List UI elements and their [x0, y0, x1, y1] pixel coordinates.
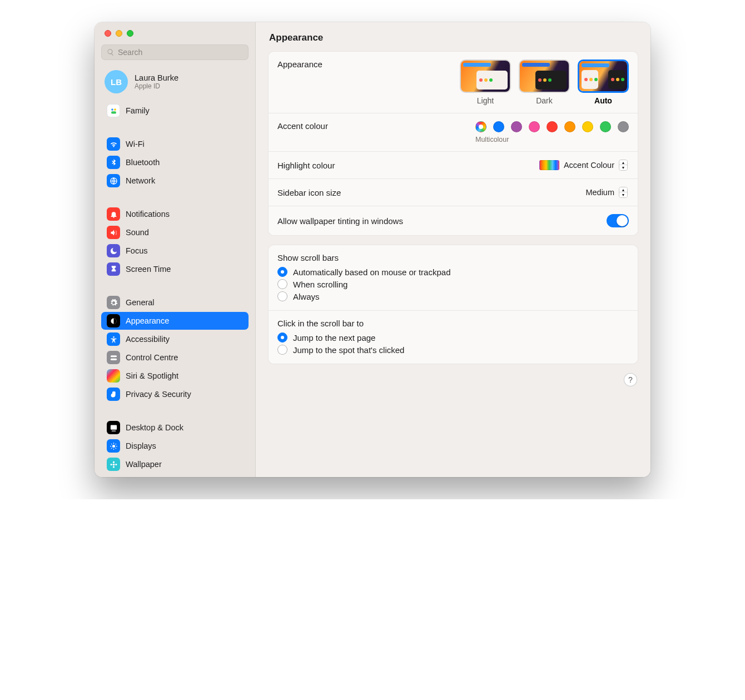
accent-yellow[interactable]: [582, 121, 593, 132]
svg-point-0: [111, 108, 113, 111]
sidebar-item-label: Desktop & Dock: [126, 423, 183, 432]
sidebar-item-displays[interactable]: Displays: [101, 437, 249, 455]
radio-label: Jump to the spot that's clicked: [293, 345, 404, 355]
mode-dark[interactable]: Dark: [519, 59, 570, 105]
mode-light[interactable]: Light: [460, 59, 511, 105]
highlight-label: Highlight colour: [277, 161, 335, 170]
sidebar-item-label: Network: [126, 176, 155, 185]
accent-green[interactable]: [600, 121, 611, 132]
sidebar-item-network[interactable]: Network: [101, 172, 249, 190]
family-icon: [107, 104, 120, 117]
sidebar-item-accessibility[interactable]: Accessibility: [101, 330, 249, 348]
sidebar-item-focus[interactable]: Focus: [101, 242, 249, 260]
help-button[interactable]: ?: [624, 373, 637, 386]
sidebarsize-value: Medium: [585, 188, 614, 197]
sidebar-item-wallpaper[interactable]: Wallpaper: [101, 455, 249, 473]
svg-point-1: [114, 108, 116, 111]
sidebar-item-label: Family: [126, 106, 150, 115]
search-input[interactable]: [118, 48, 243, 57]
appearance-label: Appearance: [277, 59, 322, 69]
tinting-label: Allow wallpaper tinting in windows: [277, 216, 403, 226]
fullscreen-icon[interactable]: [127, 30, 133, 37]
highlight-value: Accent Colour: [564, 161, 614, 170]
sidebar-item-bluetooth[interactable]: Bluetooth: [101, 153, 249, 171]
bluetooth-icon: [107, 156, 120, 169]
hourglass-icon: [107, 262, 120, 276]
toggles-icon: [107, 351, 120, 364]
accent-orange[interactable]: [564, 121, 575, 132]
sidebar-item-label: Accessibility: [126, 335, 170, 344]
appearance-icon: [107, 314, 120, 327]
sidebar-item-controlcentre[interactable]: Control Centre: [101, 349, 249, 366]
radio-label: Always: [293, 292, 320, 301]
sidebar-item-family[interactable]: Family: [101, 102, 249, 120]
sidebar-item-desktopdock[interactable]: Desktop & Dock: [101, 419, 249, 436]
sidebar-item-wifi[interactable]: Wi-Fi: [101, 135, 249, 153]
apple-id-row[interactable]: LB Laura Burke Apple ID: [95, 66, 255, 98]
search-field[interactable]: [101, 44, 249, 60]
chevron-updown-icon: ▲▼: [619, 187, 628, 198]
accent-pink[interactable]: [529, 121, 540, 132]
mode-label: Auto: [578, 96, 629, 105]
sidebar-item-sound[interactable]: Sound: [101, 224, 249, 241]
svg-rect-6: [110, 355, 116, 357]
clickscroll-option-nextpage[interactable]: Jump to the next page: [277, 331, 629, 344]
sidebar-item-label: Wallpaper: [126, 460, 162, 469]
siri-icon: [107, 369, 120, 383]
sidebar: LB Laura Burke Apple ID Family Wi-Fi: [95, 22, 256, 477]
radio-label: Jump to the next page: [293, 333, 375, 342]
scrollbars-option-always[interactable]: Always: [277, 290, 629, 302]
avatar: LB: [105, 70, 128, 93]
close-icon[interactable]: [105, 30, 111, 37]
accent-label: Accent colour: [277, 121, 328, 131]
tinting-toggle[interactable]: [607, 214, 629, 227]
sidebar-item-label: Bluetooth: [126, 158, 160, 167]
bell-icon: [107, 207, 120, 221]
svg-rect-2: [111, 111, 116, 113]
sidebar-item-siri[interactable]: Siri & Spotlight: [101, 367, 249, 385]
svg-point-5: [113, 336, 115, 337]
svg-point-13: [112, 466, 114, 468]
accent-blue[interactable]: [493, 121, 504, 132]
scrollbars-option-scrolling[interactable]: When scrolling: [277, 278, 629, 290]
mode-auto[interactable]: Auto: [578, 59, 629, 105]
clickscroll-title: Click in the scroll bar to: [277, 319, 629, 328]
sidebar-item-label: Sound: [126, 228, 149, 237]
sidebar-item-general[interactable]: General: [101, 294, 249, 311]
sidebar-item-appearance[interactable]: Appearance: [101, 312, 249, 330]
sun-icon: [107, 439, 120, 453]
sidebarsize-select[interactable]: Medium ▲▼: [581, 187, 629, 198]
sidebar-item-label: Displays: [126, 441, 156, 450]
page-title: Appearance: [256, 22, 650, 48]
clickscroll-option-spot[interactable]: Jump to the spot that's clicked: [277, 344, 629, 356]
accent-multicolour[interactable]: [475, 121, 486, 132]
scrollbars-title: Show scroll bars: [277, 253, 629, 262]
sidebarsize-label: Sidebar icon size: [277, 188, 341, 197]
main-pane: Appearance Appearance Light Dark: [256, 22, 650, 477]
sidebar-item-label: Notifications: [126, 210, 170, 219]
svg-rect-8: [110, 425, 116, 429]
moon-icon: [107, 244, 120, 257]
svg-point-11: [112, 463, 115, 465]
sidebar-item-label: General: [126, 298, 155, 307]
minimise-icon[interactable]: [116, 30, 122, 37]
scrollbars-option-auto[interactable]: Automatically based on mouse or trackpad: [277, 266, 629, 278]
speaker-icon: [107, 226, 120, 239]
sidebar-item-label: Siri & Spotlight: [126, 371, 178, 380]
network-icon: [107, 174, 120, 187]
highlight-select[interactable]: Accent Colour ▲▼: [535, 160, 629, 171]
sidebar-item-privacy[interactable]: Privacy & Security: [101, 385, 249, 403]
svg-point-15: [115, 463, 117, 465]
sidebar-item-notifications[interactable]: Notifications: [101, 205, 249, 223]
accent-selected-label: Multicolour: [475, 136, 509, 143]
accent-graphite[interactable]: [618, 121, 629, 132]
gear-icon: [107, 296, 120, 309]
svg-point-12: [112, 461, 114, 463]
svg-rect-7: [110, 358, 116, 360]
svg-rect-9: [111, 430, 116, 431]
accent-red[interactable]: [547, 121, 558, 132]
sidebar-item-screentime[interactable]: Screen Time: [101, 260, 249, 278]
radio-label: Automatically based on mouse or trackpad: [293, 267, 450, 277]
flower-icon: [107, 458, 120, 471]
accent-purple[interactable]: [511, 121, 522, 132]
